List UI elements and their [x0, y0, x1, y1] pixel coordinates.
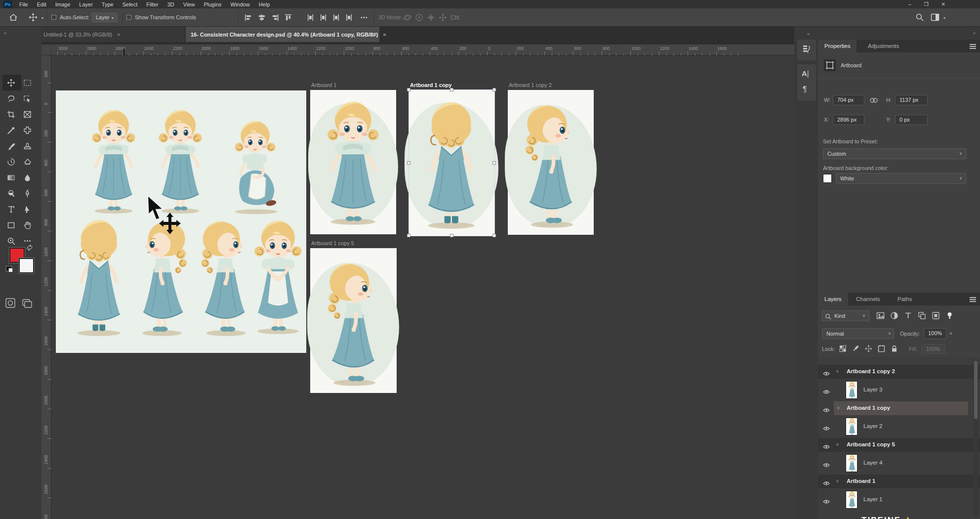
expand-dock-icon[interactable]: » — [973, 31, 976, 36]
show-transform-checkbox[interactable] — [126, 15, 131, 20]
w-field[interactable]: 704 px — [833, 95, 864, 105]
eraser-tool[interactable] — [21, 155, 34, 168]
3d-roll-icon[interactable] — [415, 13, 423, 22]
home-icon[interactable] — [9, 13, 18, 22]
collapse-dock-icon[interactable]: « — [807, 32, 810, 37]
layer-group-row[interactable]: ∨Artboard 1 copy — [834, 401, 968, 415]
menu-view[interactable]: View — [179, 1, 200, 7]
gradient-tool[interactable] — [4, 171, 17, 184]
move-tool-option-icon[interactable] — [29, 13, 38, 22]
background-color-swatch[interactable] — [19, 258, 34, 273]
frame-tool[interactable] — [21, 108, 34, 121]
layer-target-dropdown[interactable]: Layer — [92, 13, 118, 22]
panel-menu-icon[interactable] — [970, 297, 976, 298]
artboard-label[interactable]: Artboard 1 copy 5 — [311, 240, 354, 246]
document-tab[interactable]: 16- Consistent Character design.psd @ 40… — [186, 27, 379, 42]
x-field[interactable]: 2896 px — [833, 115, 864, 125]
tab-paths[interactable]: Paths — [891, 293, 918, 305]
lock-pixels-icon[interactable] — [852, 345, 860, 353]
layer-thumbnail[interactable] — [846, 418, 858, 435]
blur-tool[interactable] — [21, 171, 34, 184]
group-chevron-icon[interactable]: ∨ — [837, 405, 840, 410]
close-button[interactable]: ✕ — [941, 1, 945, 7]
zoom-tool[interactable] — [4, 234, 17, 247]
menu-edit[interactable]: Edit — [33, 1, 51, 7]
layer-thumbnail[interactable] — [846, 381, 858, 399]
h-field[interactable]: 1137 px — [895, 95, 928, 105]
preset-dropdown[interactable]: Custom — [823, 148, 966, 159]
selection-handle[interactable] — [492, 234, 496, 237]
lasso-tool[interactable] — [4, 92, 17, 105]
history-brush-tool[interactable] — [4, 155, 17, 168]
selection-handle[interactable] — [450, 88, 453, 91]
layer-thumbnail[interactable] — [846, 491, 858, 509]
auto-select-checkbox[interactable] — [51, 15, 56, 20]
healing-tool[interactable] — [21, 124, 34, 136]
clone-stamp-tool[interactable] — [21, 139, 34, 152]
workspace-icon[interactable] — [931, 13, 939, 22]
path-select-tool[interactable] — [21, 203, 34, 216]
filter-pixel-layers-icon[interactable] — [876, 311, 885, 320]
group-chevron-icon[interactable]: ∨ — [836, 442, 839, 447]
distribute-center-v-icon[interactable] — [319, 13, 327, 22]
type-tool[interactable] — [4, 203, 17, 216]
character-panel-icon[interactable]: A| — [802, 69, 812, 79]
tab-adjustments[interactable]: Adjustments — [861, 40, 905, 52]
distribute-top-icon[interactable] — [306, 13, 315, 22]
distribute-bottom-icon[interactable] — [332, 13, 340, 22]
history-panel-icon[interactable] — [802, 44, 811, 54]
tab-close-icon[interactable]: × — [117, 32, 120, 38]
menu-3d[interactable]: 3D — [163, 1, 179, 7]
marquee-tool[interactable] — [21, 76, 34, 89]
artboard-label[interactable]: Artboard 1 copy — [410, 82, 451, 88]
filter-smart-object-icon[interactable] — [932, 311, 940, 320]
crop-tool[interactable] — [4, 108, 17, 121]
opacity-field[interactable]: 100% — [924, 328, 946, 339]
screen-mode-icon[interactable] — [22, 298, 33, 308]
visibility-eye-icon[interactable] — [823, 369, 830, 374]
artboard[interactable] — [409, 90, 494, 236]
paragraph-panel-icon[interactable]: ¶ — [803, 85, 813, 95]
minimize-button[interactable]: – — [908, 1, 911, 7]
hand-tool[interactable] — [21, 218, 34, 231]
selection-handle[interactable] — [407, 88, 410, 91]
filter-type-icon[interactable] — [904, 311, 912, 320]
filter-on-icon[interactable] — [945, 311, 954, 320]
link-dimensions-icon[interactable] — [869, 96, 878, 105]
quick-mask-icon[interactable] — [5, 298, 16, 308]
3d-orbit-icon[interactable] — [403, 13, 411, 22]
selection-handle[interactable] — [450, 234, 453, 237]
layer-row[interactable]: Layer 2 — [818, 415, 980, 438]
selection-handle[interactable] — [407, 161, 410, 165]
artboard-label[interactable]: Artboard 1 — [311, 82, 336, 88]
layer-group-row[interactable]: ∨Artboard 1 copy 2 — [818, 365, 980, 379]
search-icon[interactable] — [915, 13, 924, 22]
brush-tool[interactable] — [4, 139, 17, 152]
layer-row[interactable]: Layer 1 — [818, 488, 980, 511]
restore-button[interactable]: ❐ — [924, 1, 929, 7]
menu-help[interactable]: Help — [254, 1, 275, 7]
rectangle-tool[interactable] — [4, 218, 17, 231]
3d-pan-icon[interactable] — [427, 13, 435, 22]
visibility-eye-icon[interactable] — [823, 442, 830, 447]
bg-color-dropdown[interactable]: White — [836, 173, 966, 184]
layer-group-row[interactable]: ∨Artboard 1 copy 5 — [818, 438, 980, 452]
artboard[interactable] — [310, 90, 396, 234]
menu-image[interactable]: Image — [51, 1, 75, 7]
align-center-h-icon[interactable] — [257, 13, 266, 22]
distribute-left-icon[interactable] — [345, 13, 353, 22]
layer-thumbnail[interactable] — [846, 454, 858, 472]
lock-position-icon[interactable] — [864, 345, 873, 353]
3d-camera-icon[interactable] — [450, 13, 459, 22]
3d-slide-icon[interactable] — [439, 13, 447, 22]
lock-all-icon[interactable] — [890, 345, 898, 353]
visibility-eye-icon[interactable] — [823, 479, 830, 484]
filter-adjustment-icon[interactable] — [890, 311, 898, 320]
eyedropper-tool[interactable] — [4, 124, 17, 136]
menu-file[interactable]: File — [15, 1, 33, 7]
artboard[interactable] — [310, 248, 397, 393]
scrollbar-track[interactable] — [974, 359, 978, 517]
selection-handle[interactable] — [492, 88, 496, 91]
tab-channels[interactable]: Channels — [850, 293, 887, 305]
lock-artboard-icon[interactable] — [877, 345, 886, 353]
